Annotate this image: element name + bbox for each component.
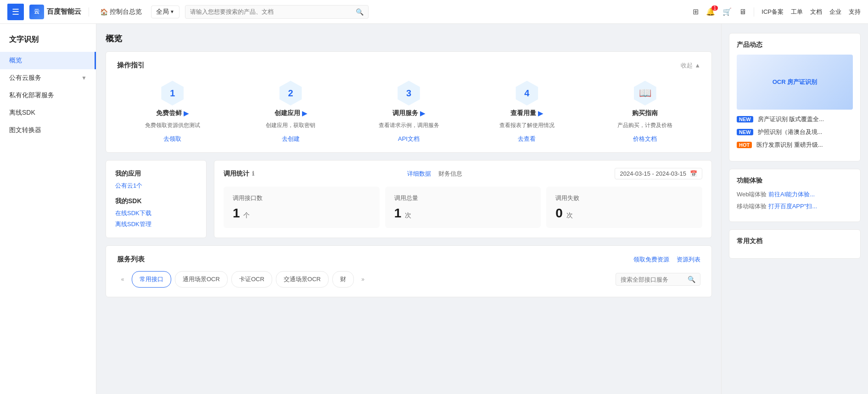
sidebar-item-private-deploy[interactable]: 私有化部署服务 bbox=[0, 87, 96, 104]
hamburger-button[interactable]: ☰ bbox=[7, 4, 24, 20]
logo: 云 百度智能云 bbox=[29, 5, 81, 19]
sidebar: 文字识别 概览 公有云服务 ▼ 私有化部署服务 离线SDK 图文转换器 bbox=[0, 24, 96, 394]
chevron-up-icon: ▲ bbox=[694, 62, 700, 69]
icp-link[interactable]: ICP备案 bbox=[762, 8, 784, 16]
service-search-input[interactable] bbox=[621, 276, 685, 283]
func-web-label: Web端体验 bbox=[737, 191, 768, 198]
tabs-next-arrow[interactable]: » bbox=[358, 274, 369, 285]
step-purchase-link[interactable]: 价格文档 bbox=[633, 135, 657, 143]
online-sdk-link[interactable]: 在线SDK下载 bbox=[115, 209, 197, 217]
ops-step-2: 2 创建应用 ▶ 创建应用，获取密钥 去创建 bbox=[235, 81, 346, 143]
get-free-resource-link[interactable]: 领取免费资源 bbox=[633, 255, 669, 264]
support-link[interactable]: 支持 bbox=[849, 8, 861, 16]
service-tab-common[interactable]: 常用接口 bbox=[132, 271, 171, 288]
step-2-link[interactable]: 去创建 bbox=[282, 135, 300, 143]
step-1-link[interactable]: 去领取 bbox=[163, 135, 181, 143]
region-selector[interactable]: 全局 ▼ bbox=[151, 6, 179, 18]
func-item-mobile: 移动端体验 打开百度APP"扫... bbox=[737, 202, 853, 211]
enterprise-link[interactable]: 企业 bbox=[829, 8, 841, 16]
page-title: 概览 bbox=[106, 33, 712, 44]
stat-box-api-count: 调用接口数 1 个 bbox=[224, 187, 380, 228]
docs-link[interactable]: 文档 bbox=[810, 8, 822, 16]
func-web-link[interactable]: 前往AI能力体验... bbox=[768, 191, 815, 198]
stats-card: 调用统计 ℹ 详细数据 财务信息 2024-03-15 - 2024-03-15… bbox=[214, 160, 712, 238]
middle-section: 我的应用 公有云1个 我的SDK 在线SDK下载 离线SDK管理 调用统计 ℹ … bbox=[106, 160, 712, 238]
home-icon: 🏠 bbox=[100, 8, 108, 16]
service-search-bar: 🔍 bbox=[616, 273, 700, 286]
sidebar-public-cloud-label: 公有云服务 bbox=[9, 74, 41, 82]
play-icon: ▶ bbox=[184, 110, 189, 117]
stats-date-picker[interactable]: 2024-03-15 - 2024-03-15 📅 bbox=[615, 168, 702, 179]
sidebar-item-overview[interactable]: 概览 bbox=[0, 52, 96, 69]
notification-badge: 1 bbox=[711, 6, 718, 11]
stat-box-total-calls: 调用总量 1 次 bbox=[385, 187, 541, 228]
sidebar-item-image-converter[interactable]: 图文转换器 bbox=[0, 122, 96, 139]
news-text-1[interactable]: 房产证识别 版式覆盖全... bbox=[758, 116, 824, 122]
ticket-link[interactable]: 工单 bbox=[791, 8, 803, 16]
cart-icon-btn[interactable]: 🛒 bbox=[722, 7, 732, 16]
stat-total-calls-value: 1 次 bbox=[394, 206, 532, 221]
service-tabs-row: « 常用接口 通用场景OCR 卡证OCR 交通场景OCR 财 » 🔍 bbox=[117, 271, 700, 288]
ops-step-purchase: 📖 购买指南 产品购买，计费及价格 价格文档 bbox=[590, 81, 700, 143]
grid-icon-btn[interactable]: ⊞ bbox=[693, 7, 699, 16]
service-header-links: 领取免费资源 资源列表 bbox=[633, 255, 700, 264]
service-list-card: 服务列表 领取免费资源 资源列表 « 常用接口 通用场景OCR 卡证OCR 交通… bbox=[106, 245, 712, 297]
my-sdk-title: 我的SDK bbox=[115, 197, 197, 205]
news-text-2[interactable]: 护照识别（港澳台及境... bbox=[758, 128, 823, 135]
step-purchase-desc: 产品购买，计费及价格 bbox=[617, 121, 672, 129]
service-tab-finance[interactable]: 财 bbox=[332, 271, 354, 288]
news-text-3[interactable]: 医疗发票识别 重磅升级... bbox=[756, 141, 823, 148]
sidebar-item-public-cloud[interactable]: 公有云服务 ▼ bbox=[0, 69, 96, 87]
service-tab-traffic-ocr[interactable]: 交通场景OCR bbox=[276, 271, 329, 288]
step-4-icon: 4 bbox=[515, 81, 539, 105]
stat-box-failed-calls: 调用失败 0 次 bbox=[546, 187, 702, 228]
search-input[interactable] bbox=[190, 8, 353, 15]
tabs-prev-arrow[interactable]: « bbox=[117, 274, 128, 285]
sidebar-offline-sdk-label: 离线SDK bbox=[9, 109, 35, 117]
step-1-name: 免费尝鲜 ▶ bbox=[156, 109, 189, 117]
stat-total-calls-label: 调用总量 bbox=[394, 194, 532, 202]
func-mobile-link[interactable]: 打开百度APP"扫... bbox=[768, 203, 817, 210]
news-badge-new-1: NEW bbox=[737, 116, 753, 122]
search-icon: 🔍 bbox=[356, 8, 364, 16]
ops-guide-card: 操作指引 收起 ▲ 1 免费尝鲜 ▶ 免费领取资源供您测试 去领取 bbox=[106, 51, 712, 153]
offline-sdk-link[interactable]: 离线SDK管理 bbox=[115, 220, 197, 228]
news-badge-new-2: NEW bbox=[737, 129, 753, 135]
ops-steps: 1 免费尝鲜 ▶ 免费领取资源供您测试 去领取 2 创建应用 ▶ 创建应用，获取… bbox=[117, 81, 700, 143]
step-purchase-name: 购买指南 bbox=[632, 109, 658, 117]
right-panel: 产品动态 OCR 房产证识别 NEW 房产证识别 版式覆盖全... NEW 护照… bbox=[721, 24, 868, 394]
news-item-3: HOT 医疗发票识别 重磅升级... bbox=[737, 141, 853, 149]
stat-failed-calls-label: 调用失败 bbox=[555, 194, 693, 202]
play-icon-2: ▶ bbox=[302, 110, 307, 117]
step-1-icon: 1 bbox=[160, 81, 185, 105]
collapse-button[interactable]: 收起 ▲ bbox=[681, 61, 700, 70]
hamburger-icon: ☰ bbox=[12, 7, 19, 17]
cloud-apps-link[interactable]: 公有云1个 bbox=[115, 182, 197, 190]
func-experience-title: 功能体验 bbox=[737, 177, 853, 185]
ops-guide-title: 操作指引 bbox=[117, 61, 145, 70]
stats-title: 调用统计 ℹ bbox=[224, 170, 254, 178]
sidebar-image-converter-label: 图文转换器 bbox=[9, 126, 41, 134]
service-search-icon: 🔍 bbox=[688, 276, 695, 283]
func-experience-card: 功能体验 Web端体验 前往AI能力体验... 移动端体验 打开百度APP"扫.… bbox=[729, 169, 861, 222]
sidebar-overview-label: 概览 bbox=[9, 56, 22, 65]
sidebar-item-offline-sdk[interactable]: 离线SDK bbox=[0, 104, 96, 122]
step-4-link[interactable]: 去查看 bbox=[518, 135, 536, 143]
stats-tabs: 详细数据 财务信息 bbox=[407, 170, 462, 178]
service-tab-general-ocr[interactable]: 通用场景OCR bbox=[175, 271, 228, 288]
stats-tab-finance[interactable]: 财务信息 bbox=[438, 170, 462, 178]
service-tab-nav: « 常用接口 通用场景OCR 卡证OCR 交通场景OCR 财 » bbox=[117, 271, 369, 288]
console-overview-link[interactable]: 🏠 控制台总览 bbox=[96, 6, 146, 18]
screen-icon-btn[interactable]: 🖥 bbox=[739, 8, 746, 16]
main-layout: 文字识别 概览 公有云服务 ▼ 私有化部署服务 离线SDK 图文转换器 概览 操… bbox=[0, 24, 868, 394]
stats-header: 调用统计 ℹ 详细数据 财务信息 2024-03-15 - 2024-03-15… bbox=[224, 168, 702, 179]
service-tab-card-ocr[interactable]: 卡证OCR bbox=[231, 271, 272, 288]
notification-icon-btn[interactable]: 🔔 1 bbox=[706, 7, 715, 16]
my-apps-card: 我的应用 公有云1个 我的SDK 在线SDK下载 离线SDK管理 bbox=[106, 160, 207, 238]
stats-tab-detail[interactable]: 详细数据 bbox=[407, 170, 431, 178]
step-1-desc: 免费领取资源供您测试 bbox=[145, 121, 200, 129]
step-3-name: 调用服务 ▶ bbox=[392, 109, 425, 117]
step-3-link[interactable]: API文档 bbox=[398, 135, 420, 143]
stat-api-count-label: 调用接口数 bbox=[233, 194, 370, 202]
resource-list-link[interactable]: 资源列表 bbox=[677, 255, 700, 264]
